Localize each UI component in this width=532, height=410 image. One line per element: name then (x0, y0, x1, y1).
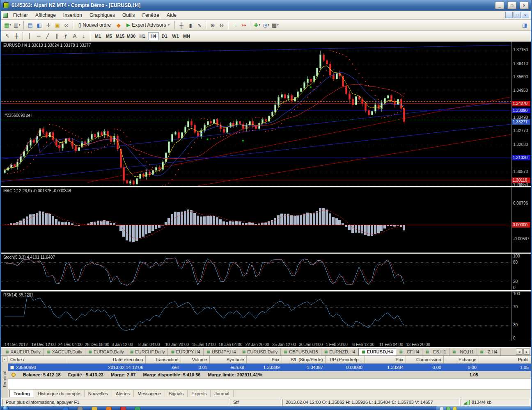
timeframe-D1[interactable]: D1 (159, 32, 170, 40)
rsi-canvas[interactable] (1, 292, 511, 341)
chart-tab-_ES-H1[interactable]: ▦_ES,H1 (422, 348, 449, 355)
indicators-button[interactable]: ✚▾ (252, 20, 261, 30)
data-window-button[interactable]: ◧ (35, 20, 44, 30)
menu-fichier[interactable]: Fichier (9, 11, 32, 19)
terminal-tab-alertes[interactable]: Alertes (112, 390, 134, 397)
line-chart-button[interactable]: ∿ (195, 20, 204, 30)
timeframe-H1[interactable]: H1 (137, 32, 148, 40)
terminal-tab-experts[interactable]: Experts (188, 390, 211, 397)
timeframe-M5[interactable]: M5 (103, 32, 115, 40)
taskbar-app-icon[interactable] (63, 407, 69, 410)
vertical-line-button[interactable]: │ (25, 32, 34, 41)
text-tool-button[interactable]: A (70, 32, 79, 41)
terminal-close-icon[interactable]: × (2, 357, 7, 362)
chart-tab-XAGEUR-Daily[interactable]: ▦XAGEUR,Daily (44, 348, 85, 355)
templates-button[interactable]: ▩▾ (271, 20, 280, 30)
crosshair-tool-button[interactable]: ┼ (12, 32, 21, 41)
column-header[interactable]: Ordre / (8, 356, 66, 363)
menu-outils[interactable]: Outils (119, 11, 139, 19)
system-tray[interactable] (436, 406, 531, 410)
chart-tab-EURCHF-Daily[interactable]: ▦EURCHF,Daily (127, 348, 168, 355)
zoom-out-button[interactable]: ⊖ (217, 20, 226, 30)
chart-tab-_CF-H4[interactable]: ▦_CF,H4 (396, 348, 422, 355)
terminal-tab-nouvelles[interactable]: Nouvelles (85, 390, 112, 397)
timeframe-M1[interactable]: M1 (92, 32, 103, 40)
chart-tab-_NQ-H1[interactable]: ▦_NQ,H1 (449, 348, 477, 355)
menu-aide[interactable]: Aide (163, 11, 180, 19)
horizontal-line-button[interactable]: ─ (34, 32, 43, 41)
menu-graphiques[interactable]: Graphiques (86, 11, 119, 19)
column-header[interactable]: T/P (Prendre/p... (325, 356, 365, 363)
new-order-button[interactable]: ▯Nouvel ordre (75, 20, 114, 30)
chart-shift-button[interactable]: ↦ (239, 20, 248, 30)
tray-icon[interactable] (446, 407, 450, 410)
tab-scroll-left-icon[interactable]: ◂ (516, 348, 523, 355)
title-bar[interactable]: 6145363: Alpari NZ MT4 - Compte Démo - [… (1, 0, 531, 11)
menu-fenêtre[interactable]: Fenêtre (139, 11, 163, 19)
price-scale[interactable]: 1.371501.364101.356901.349501.334901.327… (511, 42, 531, 186)
column-header[interactable]: Volume (181, 356, 209, 363)
expert-advisors-button[interactable]: ▶Expert Advisors▾ (123, 20, 173, 30)
profiles-button[interactable]: ▥▾ (12, 20, 22, 30)
column-header[interactable]: Commission (406, 356, 443, 363)
tray-icon[interactable] (440, 407, 444, 410)
start-button[interactable] (2, 406, 9, 410)
tray-icon[interactable] (453, 407, 457, 410)
terminal-button[interactable]: ▣ (53, 20, 62, 30)
fibonacci-button[interactable]: ƒ (61, 32, 70, 41)
column-header[interactable]: S/L (Stop/Perte) (282, 356, 325, 363)
child-restore-button[interactable]: □ (514, 12, 521, 18)
close-button[interactable]: × (520, 2, 529, 9)
strategy-tester-button[interactable]: ⊙ (62, 20, 71, 30)
macd-pane[interactable]: MACD(12,26,9) -0.001375 -0.000348 0.0079… (1, 187, 531, 253)
column-header[interactable]: Prix (246, 356, 282, 363)
column-header[interactable]: Profit (479, 356, 531, 363)
rsi-pane[interactable]: RSI(14) 35.2201 10070300 (1, 292, 531, 341)
column-header[interactable]: Transaction (145, 356, 181, 363)
auto-scroll-button[interactable]: → (230, 20, 239, 30)
chart-tab-EURNZD-H4[interactable]: ▦EURNZD,H4 (321, 348, 358, 355)
windows-taskbar[interactable] (1, 406, 531, 410)
stochastic-pane[interactable]: Stoch(5,3,3) 4.4101 11.6407 10080200 (1, 254, 531, 290)
chart-tab-_Z-H4[interactable]: ▦_Z,H4 (477, 348, 500, 355)
macd-canvas[interactable] (1, 187, 511, 253)
zoom-in-button[interactable]: ⊕ (208, 20, 217, 30)
column-header[interactable]: Echange (443, 356, 479, 363)
minimize-button[interactable]: _ (495, 2, 504, 9)
price-pane[interactable]: EURUSD,H4 1.33613 1.33624 1.33178 1.3327… (1, 42, 531, 186)
help-data-button[interactable]: ◨ (520, 20, 529, 30)
price-chart-canvas[interactable] (1, 42, 511, 186)
child-close-button[interactable]: × (522, 12, 529, 18)
column-header[interactable]: Date exécution (66, 356, 145, 363)
chart-tab-GBPUSD-M15[interactable]: ▦GBPUSD,M15 (281, 348, 321, 355)
terminal-tab-journal[interactable]: Journal (211, 390, 233, 397)
trendline-button[interactable]: ╱ (43, 32, 52, 41)
menu-insertion[interactable]: Insertion (60, 11, 86, 19)
metaeditor-button[interactable]: ◆ (114, 20, 123, 30)
terminal-tab-trading[interactable]: Trading (9, 390, 34, 397)
stochastic-canvas[interactable] (1, 254, 511, 290)
new-chart-button[interactable]: ▦▾ (3, 20, 12, 30)
timeframe-M15[interactable]: M15 (115, 32, 126, 40)
chart-tab-EURUSD-Daily[interactable]: ▦EURUSD,Daily (239, 348, 281, 355)
chart-tab-EURJPY-H4[interactable]: ▦EURJPY,H4 (168, 348, 204, 355)
terminal-tab-historique-du-compte[interactable]: Historique du compte (34, 390, 85, 397)
column-header[interactable]: Symbole (209, 356, 246, 363)
tab-scroll-right-icon[interactable]: ▸ (523, 348, 530, 355)
chart-tab-EURCAD-Daily[interactable]: ▦EURCAD,Daily (85, 348, 127, 355)
arrows-tool-button[interactable]: ↓ (79, 32, 88, 41)
time-axis[interactable]: 14 Dec 201219 Dec 12:0024 Dec 04:0028 De… (1, 341, 531, 348)
taskbar-app-icon[interactable] (106, 407, 112, 410)
cursor-tool-button[interactable]: ↖ (3, 32, 12, 41)
candlestick-chart-button[interactable]: ▮ (186, 20, 195, 30)
timeframe-MN[interactable]: MN (181, 32, 192, 40)
channel-button[interactable]: ∥ (52, 32, 61, 41)
timeframe-M30[interactable]: M30 (126, 32, 137, 40)
terminal-tab-messagerie[interactable]: Messagerie (134, 390, 165, 397)
restore-button[interactable]: □ (507, 2, 516, 9)
bar-chart-button[interactable]: ╫ (177, 20, 186, 30)
chart-tab-XAUEUR-Daily[interactable]: ▦XAUEUR,Daily (2, 348, 44, 355)
taskbar-app-icon[interactable] (135, 407, 140, 410)
menu-affichage[interactable]: Affichage (32, 11, 60, 19)
child-minimize-button[interactable]: _ (505, 12, 513, 18)
